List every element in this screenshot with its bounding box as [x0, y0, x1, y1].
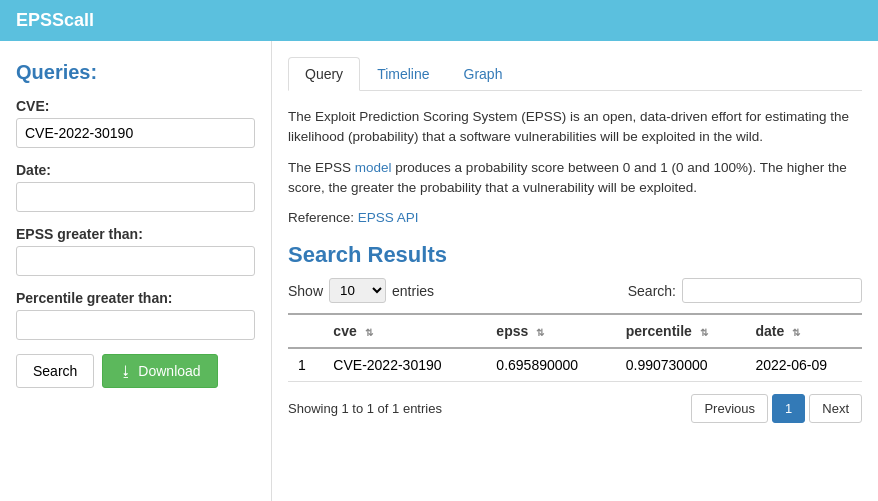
cve-sort-icon: ⇅: [365, 327, 373, 338]
date-input[interactable]: [16, 182, 255, 212]
download-button[interactable]: ⭳ Download: [102, 354, 217, 388]
results-table: cve ⇅ epss ⇅ percentile ⇅ date ⇅ 1 CVE-2…: [288, 313, 862, 382]
row-number: 1: [288, 348, 323, 382]
table-search-area: Search:: [628, 278, 862, 303]
row-date: 2022-06-09: [745, 348, 862, 382]
sidebar: Queries: CVE: Date: EPSS greater than: P…: [0, 41, 272, 501]
table-row: 1 CVE-2022-30190 0.695890000 0.990730000…: [288, 348, 862, 382]
search-button[interactable]: Search: [16, 354, 94, 388]
cve-form-group: CVE:: [16, 98, 255, 148]
content-area: Query Timeline Graph The Exploit Predict…: [272, 41, 878, 501]
tab-graph[interactable]: Graph: [447, 57, 520, 91]
description-line1: The Exploit Prediction Scoring System (E…: [288, 107, 862, 148]
tabs: Query Timeline Graph: [288, 57, 862, 91]
reference-line: Reference: EPSS API: [288, 208, 862, 228]
epss-api-link[interactable]: EPSS API: [358, 210, 419, 225]
col-cve[interactable]: cve ⇅: [323, 314, 486, 348]
download-icon: ⭳: [119, 363, 133, 379]
show-entries: Show 10 25 50 100 entries: [288, 278, 434, 303]
cve-label: CVE:: [16, 98, 255, 114]
epss-form-group: EPSS greater than:: [16, 226, 255, 276]
download-label: Download: [138, 363, 200, 379]
sidebar-heading: Queries:: [16, 61, 255, 84]
percentile-form-group: Percentile greater than:: [16, 290, 255, 340]
col-date[interactable]: date ⇅: [745, 314, 862, 348]
tab-query[interactable]: Query: [288, 57, 360, 91]
entries-label: entries: [392, 283, 434, 299]
previous-button[interactable]: Previous: [691, 394, 768, 423]
next-button[interactable]: Next: [809, 394, 862, 423]
row-percentile: 0.990730000: [616, 348, 746, 382]
table-header-row: cve ⇅ epss ⇅ percentile ⇅ date ⇅: [288, 314, 862, 348]
row-cve: CVE-2022-30190: [323, 348, 486, 382]
epss-label: EPSS greater than:: [16, 226, 255, 242]
col-percentile[interactable]: percentile ⇅: [616, 314, 746, 348]
percentile-sort-icon: ⇅: [700, 327, 708, 338]
pagination-row: Showing 1 to 1 of 1 entries Previous 1 N…: [288, 394, 862, 423]
date-sort-icon: ⇅: [792, 327, 800, 338]
search-results-title: Search Results: [288, 242, 862, 268]
entries-select[interactable]: 10 25 50 100: [329, 278, 386, 303]
sidebar-buttons: Search ⭳ Download: [16, 354, 255, 388]
pagination-info: Showing 1 to 1 of 1 entries: [288, 401, 442, 416]
description-line2: The EPSS model produces a probability sc…: [288, 158, 862, 199]
model-link[interactable]: model: [355, 160, 392, 175]
page-1-button[interactable]: 1: [772, 394, 805, 423]
table-body: 1 CVE-2022-30190 0.695890000 0.990730000…: [288, 348, 862, 382]
show-label: Show: [288, 283, 323, 299]
date-label: Date:: [16, 162, 255, 178]
table-search-label: Search:: [628, 283, 676, 299]
table-search-input[interactable]: [682, 278, 862, 303]
col-num: [288, 314, 323, 348]
pagination-buttons: Previous 1 Next: [691, 394, 862, 423]
app-header: EPSScall: [0, 0, 878, 41]
epss-sort-icon: ⇅: [536, 327, 544, 338]
percentile-input[interactable]: [16, 310, 255, 340]
col-epss[interactable]: epss ⇅: [486, 314, 615, 348]
cve-input[interactable]: [16, 118, 255, 148]
percentile-label: Percentile greater than:: [16, 290, 255, 306]
date-form-group: Date:: [16, 162, 255, 212]
description-line2-prefix: The EPSS: [288, 160, 355, 175]
reference-prefix: Reference:: [288, 210, 358, 225]
row-epss: 0.695890000: [486, 348, 615, 382]
epss-input[interactable]: [16, 246, 255, 276]
app-title: EPSScall: [16, 10, 94, 30]
tab-timeline[interactable]: Timeline: [360, 57, 446, 91]
table-controls: Show 10 25 50 100 entries Search:: [288, 278, 862, 303]
